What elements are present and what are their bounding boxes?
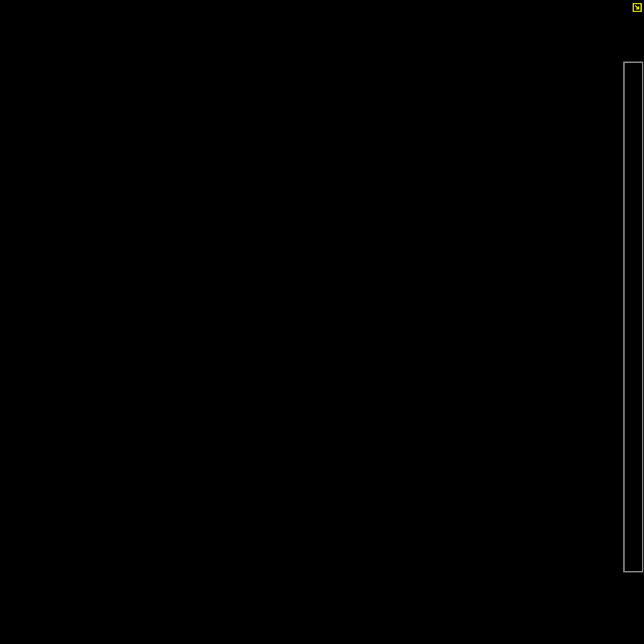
- small-pond-1: [82, 119, 89, 125]
- county-line-southeast: [471, 535, 607, 562]
- lagoon-islet-2: [170, 130, 180, 140]
- left-edge-squiggle: [0, 255, 5, 268]
- delta-channel-4: [371, 611, 379, 624]
- tiny-pond-center: [258, 323, 263, 328]
- island-area-detail-1: [548, 473, 551, 487]
- island-area-detail-2: [557, 482, 560, 491]
- lagoon-line-1: [144, 116, 181, 147]
- county-line-north: [383, 0, 605, 174]
- small-lake-southwest: [126, 238, 147, 259]
- delta-southwest-hook: [351, 615, 357, 630]
- delta-shelf: [458, 558, 481, 563]
- bottomleft-landmass-outline: [0, 493, 79, 570]
- range-ring-100nmi: [55, 57, 589, 590]
- north-shore-spur: [542, 76, 545, 89]
- lagoon-islet-1: [154, 122, 165, 132]
- bl-landmass-detail-3: [0, 539, 9, 542]
- coastline-peninsula-loop: [456, 297, 482, 338]
- bottomleft-inlet-dash: [67, 548, 74, 552]
- barrier-island-nw: [213, 24, 321, 102]
- south-barrier-island-1: [336, 311, 390, 321]
- credit-line: [0, 3, 642, 13]
- delta-channel-3: [360, 600, 419, 640]
- island-area-detail-3: [547, 494, 551, 497]
- bl-landmass-detail-1: [0, 501, 26, 507]
- island-shore-connector: [533, 473, 545, 489]
- hook-detail: [589, 323, 592, 336]
- boundary-thin-layer: [0, 0, 641, 643]
- central-lagoon-arm: [306, 210, 321, 222]
- tr-river-7: [535, 47, 570, 56]
- cod-weathervane-icon: [633, 3, 642, 12]
- range-ring-50nmi: [189, 190, 455, 457]
- topright-river-vertical: [528, 21, 540, 71]
- delta-and-east-shoreline: [355, 488, 609, 644]
- lagoon-line-2: [148, 130, 180, 151]
- radar-map-canvas: [0, 0, 644, 644]
- coastal-island-outline: [508, 460, 535, 477]
- delta-channel-1: [375, 546, 424, 643]
- ne-diagonal-parallel: [501, 532, 522, 550]
- delta-channel-2: [391, 565, 442, 625]
- edge-mark-near-30: [597, 378, 600, 383]
- sound-connector: [215, 188, 280, 218]
- radar-viewport: [0, 0, 644, 644]
- tr-river-8: [587, 72, 590, 79]
- coastline-southeast-to-northeast: [467, 255, 607, 353]
- south-barrier-islet: [343, 323, 351, 331]
- central-lagoon-blob: [280, 205, 318, 238]
- river-curl-tail: [588, 68, 594, 77]
- tr-river-9: [613, 16, 641, 20]
- right-edge-bay-hook: [587, 316, 609, 356]
- vil-colorbar: [623, 62, 643, 572]
- small-lake-west: [89, 135, 105, 154]
- coastline-northwest-diagonal: [141, 0, 461, 336]
- right-thin-circle: [567, 458, 583, 474]
- south-barrier-island-2: [393, 307, 447, 310]
- topleft-lake-outline: [0, 33, 42, 91]
- range-rings: [55, 57, 589, 590]
- coastline-thick-layer: [0, 0, 609, 644]
- bl-landmass-detail-2: [42, 527, 66, 530]
